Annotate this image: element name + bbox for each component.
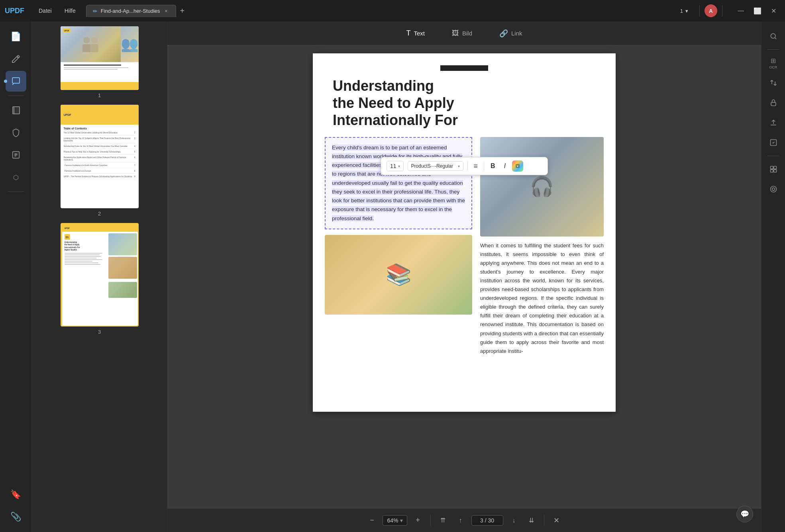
sidebar-pages2-btn[interactable] (6, 100, 26, 121)
thumb-img-3[interactable]: UPDF 01 Understandingthe Need to ApplyIn… (61, 223, 139, 327)
thumb1-image (61, 26, 139, 62)
sidebar-form-btn[interactable] (6, 145, 26, 165)
tab-close-btn[interactable]: × (163, 8, 169, 15)
thumb-img-2[interactable]: UPDF Table of Contents The 10 Best Globa… (61, 105, 139, 208)
minimize-btn[interactable]: — (734, 6, 748, 16)
thumbnail-2[interactable]: UPDF Table of Contents The 10 Best Globa… (37, 105, 162, 217)
sidebar-pages-btn[interactable]: 📄 (6, 26, 26, 47)
thumb-img-1[interactable]: UPDF (61, 26, 139, 90)
nav-last-btn[interactable]: ⇊ (525, 514, 538, 527)
font-size-selector[interactable]: 11 ▾ (387, 161, 404, 171)
font-name-selector[interactable]: ProductS···-Regular ▾ (408, 161, 463, 171)
sidebar-layers-btn[interactable]: ⬡ (6, 167, 26, 188)
page-nav-chevron[interactable]: ▾ (685, 8, 688, 14)
sidebar-paperclip-btn[interactable]: 📎 (6, 507, 26, 527)
font-size-value: 11 (390, 163, 396, 169)
zoom-out-btn[interactable]: − (365, 514, 379, 527)
page-nav: 1 ▾ (680, 8, 688, 14)
bild-tool[interactable]: 🖼 Bild (446, 27, 478, 40)
search-right-btn[interactable] (765, 28, 782, 45)
menu-bar: Datei Hilfe (32, 4, 82, 17)
window-controls: — ⬜ ✕ (734, 6, 780, 16)
protect-right-btn[interactable] (765, 94, 782, 111)
pdf-bottom-image (325, 235, 472, 315)
link-tool[interactable]: 🔗 Link (494, 27, 528, 40)
font-name-chevron: ▾ (458, 164, 460, 168)
pdf-content: 11 ▾ ProductS···-Regular ▾ ≡ B I ▾ Under (167, 45, 761, 508)
text-tool[interactable]: T Text (400, 27, 430, 40)
chat-btn[interactable]: 💬 (736, 506, 753, 522)
thumbnail-3[interactable]: UPDF 01 Understandingthe Need to ApplyIn… (37, 223, 162, 335)
svg-rect-11 (770, 166, 773, 169)
user-avatar[interactable]: A (705, 4, 717, 17)
tab-bar: ✏ Find-and-Ap...her-Studies × + (86, 5, 383, 17)
ocr-label: OCR (769, 65, 777, 69)
thumb2-header: UPDF (61, 105, 139, 125)
sep2 (484, 161, 484, 171)
text-label: Text (414, 30, 425, 37)
page-sep: / (485, 517, 487, 524)
svg-rect-6 (82, 44, 90, 52)
menu-hilfe[interactable]: Hilfe (58, 4, 82, 17)
add-tab-btn[interactable]: + (176, 5, 189, 17)
sidebar-protect-btn[interactable] (6, 122, 26, 143)
thumb1-body (61, 62, 139, 73)
svg-rect-0 (12, 78, 20, 83)
page-total: 30 (488, 517, 494, 524)
zoom-in-btn[interactable]: + (411, 514, 425, 527)
thumb3-num: 01 (65, 234, 70, 240)
thumb3-subtitle: Understandingthe Need to ApplyInternatio… (65, 241, 104, 251)
svg-rect-14 (773, 170, 776, 172)
page-nav-current: 1 (680, 8, 683, 14)
sep-nav (430, 515, 431, 526)
thumb3-content: UPDF 01 Understandingthe Need to ApplyIn… (61, 224, 139, 327)
thumb3-body: 01 Understandingthe Need to ApplyInterna… (62, 232, 139, 327)
nav-next-btn[interactable]: ↓ (507, 514, 521, 527)
sidebar-bookmark-btn[interactable]: 🔖 (6, 484, 26, 505)
bold-btn[interactable]: B (488, 161, 498, 171)
nav-first-btn[interactable]: ⇈ (436, 514, 450, 527)
close-btn[interactable]: ✕ (767, 6, 780, 16)
font-name-value: ProductS···-Regular (411, 163, 453, 169)
ocr-right-btn[interactable]: ⊞ OCR (765, 55, 782, 71)
close-zoom-btn[interactable]: ✕ (550, 514, 563, 527)
link-label: Link (511, 30, 522, 37)
align-btn[interactable]: ≡ (472, 161, 480, 172)
convert-right-btn[interactable] (765, 74, 782, 91)
svg-rect-9 (771, 102, 776, 106)
sign-right-btn[interactable] (765, 134, 782, 151)
thumb1-content: UPDF (61, 26, 139, 90)
thumb3-text-lines (65, 253, 104, 265)
pdf-main-title: Understandingthe Need to ApplyInternatio… (313, 77, 616, 129)
thumb3-bottom-image (108, 257, 137, 279)
thumb3-header: UPDF (62, 225, 139, 232)
share-right-btn[interactable] (765, 114, 782, 131)
thumb1-logo: UPDF (63, 29, 71, 33)
selected-text-box[interactable]: Every child's dream is to be part of an … (325, 137, 472, 229)
menu-datei[interactable]: Datei (32, 4, 58, 17)
svg-point-15 (770, 186, 776, 192)
zoom-display[interactable]: 64% ▾ (383, 515, 407, 526)
tab-main[interactable]: ✏ Find-and-Ap...her-Studies × (86, 5, 176, 17)
thumb3-logo: UPDF (65, 227, 70, 229)
snapshot-right-btn[interactable] (765, 181, 782, 198)
thumb2-content: UPDF Table of Contents The 10 Best Globa… (61, 105, 139, 208)
italic-btn[interactable]: I (502, 161, 508, 171)
selected-text-content: Every child's dream is to be part of an … (332, 145, 465, 221)
thumb1-bottom-bar (61, 82, 139, 90)
svg-rect-7 (90, 44, 98, 52)
color-picker-btn[interactable]: ▾ (512, 160, 523, 172)
maximize-btn[interactable]: ⬜ (750, 6, 765, 16)
organize-right-btn[interactable] (765, 161, 782, 178)
page-current: 3 (480, 517, 483, 524)
pdf-page: Understandingthe Need to ApplyInternatio… (313, 53, 616, 412)
nav-prev-btn[interactable]: ↑ (454, 514, 467, 527)
sidebar-edit-btn[interactable] (6, 49, 26, 69)
right-divider-1 (767, 49, 779, 50)
thumbnail-1[interactable]: UPDF 1 (37, 26, 162, 98)
pdf-right-image (480, 137, 604, 237)
sidebar-comment-btn[interactable] (6, 71, 26, 92)
tab-label: Find-and-Ap...her-Studies (101, 8, 160, 14)
svg-rect-2 (14, 107, 20, 114)
pdf-bottom-bar: − 64% ▾ + ⇈ ↑ 3 / 30 ↓ ⇊ ✕ (167, 508, 761, 532)
